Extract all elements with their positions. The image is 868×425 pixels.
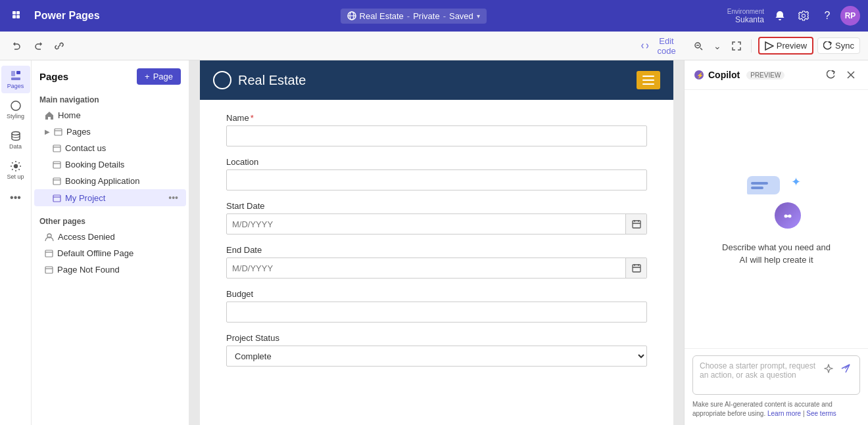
nav-item-page-not-found[interactable]: Page Not Found <box>34 261 186 278</box>
nav-item-default-offline[interactable]: Default Offline Page <box>34 245 186 261</box>
nav-item-contact-us[interactable]: Contact us <box>34 140 186 156</box>
styling-icon-label: Styling <box>7 113 24 120</box>
site-info-button[interactable]: Real Estate - Private - Saved ▾ <box>341 9 487 24</box>
nav-booking-details-label: Booking Details <box>65 160 124 169</box>
site-header: Real Estate <box>200 60 673 100</box>
copilot-close-button[interactable] <box>843 67 859 83</box>
nav-item-my-project[interactable]: My Project ••• <box>34 189 186 206</box>
fullscreen-button[interactable] <box>729 37 744 55</box>
site-name: Real Estate <box>360 11 404 21</box>
nav-item-booking-application[interactable]: Booking Application <box>34 173 186 189</box>
name-input[interactable] <box>226 125 647 146</box>
end-date-input[interactable] <box>227 259 625 277</box>
copilot-desc-line2: AI will help create it <box>740 255 813 265</box>
nav-contact-label: Contact us <box>65 143 106 153</box>
svg-rect-25 <box>53 195 60 202</box>
preview-button[interactable]: Preview <box>758 37 813 55</box>
form-group-name: Name* <box>226 113 647 146</box>
nav-access-denied-label: Access Denied <box>58 232 115 242</box>
zoom-in-button[interactable]: ⌄ <box>710 37 725 55</box>
copilot-input-area[interactable]: Choose a starter prompt, request an acti… <box>692 355 860 395</box>
pages-panel: Pages + Page Main navigation Home ▶ Page… <box>32 60 189 425</box>
site-logo: Real Estate <box>213 71 306 89</box>
start-date-calendar-button[interactable] <box>625 213 646 235</box>
settings-button[interactable] <box>793 5 814 26</box>
copilot-refresh-button[interactable] <box>823 67 839 83</box>
svg-rect-3 <box>16 15 20 18</box>
copilot-illustration: ✦ <box>747 172 806 231</box>
end-date-input-wrap <box>226 257 647 279</box>
nav-page-not-found-label: Page Not Found <box>57 265 120 275</box>
site-hamburger-menu[interactable] <box>637 71 660 89</box>
topbar-right: Environment Sukanta ? RP <box>727 5 860 26</box>
start-date-input[interactable] <box>227 215 625 233</box>
copilot-header: ⚡ Copilot PREVIEW <box>685 60 868 90</box>
nav-item-home[interactable]: Home <box>34 107 186 123</box>
nav-item-more-button[interactable]: ••• <box>168 192 178 203</box>
apps-menu-button[interactable] <box>8 7 26 25</box>
zoom-out-button[interactable] <box>690 37 706 55</box>
svg-marker-10 <box>765 42 773 50</box>
budget-label: Budget <box>226 289 647 299</box>
undo-button[interactable] <box>8 37 26 55</box>
copilot-title-text: Copilot <box>708 70 740 80</box>
sidebar-item-pages[interactable]: Pages <box>1 66 30 93</box>
copilot-icon-container: ✦ <box>747 172 806 231</box>
pages-panel-header: Pages + Page <box>32 60 189 90</box>
form-group-location: Location <box>226 157 647 190</box>
copilot-desc-line1: Describe what you need and <box>722 242 831 252</box>
redo-button[interactable] <box>29 37 47 55</box>
main-content: Pages Styling Data Set up ••• Pages + Pa… <box>0 60 868 425</box>
site-logo-text: Real Estate <box>238 73 306 88</box>
sidebar-item-setup[interactable]: Set up <box>1 156 30 184</box>
copilot-learn-more-link[interactable]: Learn more <box>767 410 801 417</box>
topbar: Power Pages Real Estate - Private - Save… <box>0 0 868 32</box>
user-avatar[interactable]: RP <box>840 6 860 26</box>
link-button[interactable] <box>50 37 68 55</box>
nav-home-label: Home <box>58 110 81 120</box>
help-button[interactable]: ? <box>817 5 838 26</box>
budget-input[interactable] <box>226 302 647 323</box>
location-input[interactable] <box>226 169 647 190</box>
project-status-label: Project Status <box>226 333 647 343</box>
svg-point-46 <box>786 215 788 217</box>
sidebar-item-data[interactable]: Data <box>1 126 30 154</box>
svg-point-15 <box>12 132 20 135</box>
nav-item-access-denied[interactable]: Access Denied <box>34 229 186 245</box>
environment-info: Environment Sukanta <box>727 8 764 24</box>
sync-button[interactable]: Sync <box>817 37 860 54</box>
copilot-see-terms-link[interactable]: See terms <box>806 410 836 417</box>
form-group-project-status: Project Status Complete In Progress Not … <box>226 333 647 367</box>
svg-rect-30 <box>45 267 53 273</box>
nav-item-pages[interactable]: ▶ Pages <box>34 123 186 140</box>
app-title: Power Pages <box>34 10 100 22</box>
environment-label: Environment <box>727 8 764 15</box>
form-group-end-date: End Date <box>226 245 647 279</box>
nav-my-project-label: My Project <box>65 193 105 203</box>
edit-code-button[interactable]: Edit code <box>636 34 687 58</box>
sidebar-icons: Pages Styling Data Set up ••• <box>0 60 32 425</box>
sparkle-icon: ✦ <box>791 175 801 189</box>
topbar-center: Real Estate - Private - Saved ▾ <box>105 9 722 24</box>
add-page-button[interactable]: + Page <box>137 68 181 85</box>
form-area: Name* Location Start Date <box>200 100 673 403</box>
sidebar-item-styling[interactable]: Styling <box>1 96 30 123</box>
project-status-select[interactable]: Complete In Progress Not Started On Hold <box>226 346 647 367</box>
form-group-budget: Budget <box>226 289 647 323</box>
svg-marker-47 <box>825 365 832 372</box>
copilot-description: Describe what you need and AI will help … <box>722 242 831 265</box>
copilot-preview-badge: PREVIEW <box>746 71 784 79</box>
copilot-body: ✦ Describe what you need and AI will hel… <box>685 90 868 348</box>
more-options-button[interactable]: ••• <box>7 189 24 206</box>
copilot-spark-button[interactable] <box>821 361 836 376</box>
toolbar2-left <box>8 37 216 55</box>
canvas-page: Real Estate Name* Location <box>200 60 673 425</box>
end-date-calendar-button[interactable] <box>625 257 646 279</box>
pages-chevron: ▶ <box>45 128 50 135</box>
svg-rect-28 <box>45 250 53 257</box>
pages-panel-title: Pages <box>39 71 68 82</box>
ai-avatar <box>775 202 801 229</box>
copilot-send-button[interactable] <box>838 361 853 376</box>
nav-item-booking-details[interactable]: Booking Details <box>34 156 186 173</box>
notification-button[interactable] <box>769 5 790 26</box>
